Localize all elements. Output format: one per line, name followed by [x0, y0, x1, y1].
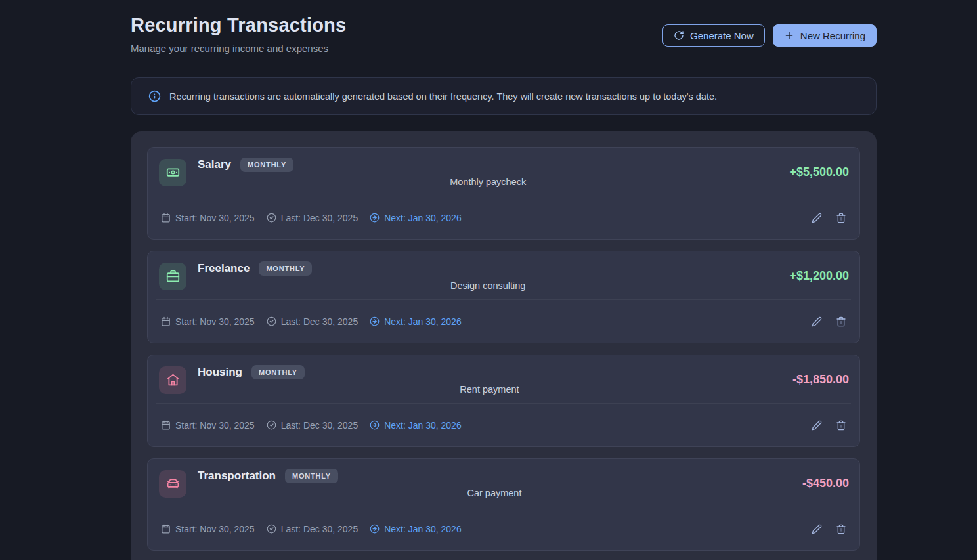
calendar-icon	[161, 420, 171, 430]
frequency-badge: MONTHLY	[251, 365, 305, 379]
date-info: Start: Nov 30, 2025 Last: Dec 30, 2025 N…	[161, 524, 462, 534]
transaction-amount: +$1,200.00	[789, 269, 849, 283]
row-actions	[812, 524, 846, 534]
frequency-badge: MONTHLY	[259, 261, 312, 276]
car-icon	[159, 470, 186, 498]
info-banner: Recurring transactions are automatically…	[131, 77, 877, 115]
arrow-right-circle-icon	[370, 316, 380, 326]
card-top: Transportation MONTHLY Car payment -$450…	[148, 459, 859, 507]
last-date: Last: Dec 30, 2025	[267, 213, 358, 223]
card-bottom: Start: Nov 30, 2025 Last: Dec 30, 2025 N…	[148, 507, 859, 550]
transaction-description: Car payment	[198, 488, 791, 498]
check-circle-icon	[267, 316, 276, 326]
transaction-amount: -$1,850.00	[792, 373, 849, 387]
start-date: Start: Nov 30, 2025	[161, 420, 255, 431]
start-date-label: Start: Nov 30, 2025	[175, 420, 255, 431]
briefcase-icon	[159, 263, 186, 290]
card-main: Housing MONTHLY Rent payment	[198, 365, 781, 395]
next-date-label: Next: Jan 30, 2026	[384, 420, 462, 431]
arrow-right-circle-icon	[370, 420, 380, 430]
last-date-label: Last: Dec 30, 2025	[281, 420, 358, 431]
edit-button[interactable]	[812, 316, 822, 327]
transaction-description: Design consulting	[198, 280, 778, 291]
banknote-icon	[159, 159, 186, 186]
trash-icon	[836, 213, 846, 223]
row-actions	[812, 213, 846, 223]
page-header: Recurring Transactions Manage your recur…	[131, 0, 877, 54]
start-date-label: Start: Nov 30, 2025	[175, 524, 255, 534]
trash-icon	[836, 420, 846, 431]
recurring-list-panel: Salary MONTHLY Monthly paycheck +$5,500.…	[131, 131, 877, 560]
last-date: Last: Dec 30, 2025	[267, 420, 358, 431]
transaction-description: Rent payment	[198, 384, 781, 395]
start-date-label: Start: Nov 30, 2025	[175, 316, 255, 327]
generate-now-button[interactable]: Generate Now	[662, 24, 765, 47]
card-top: Freelance MONTHLY Design consulting +$1,…	[148, 251, 859, 299]
last-date-label: Last: Dec 30, 2025	[281, 524, 358, 534]
calendar-icon	[161, 524, 171, 534]
edit-button[interactable]	[812, 524, 822, 534]
recurring-card-salary: Salary MONTHLY Monthly paycheck +$5,500.…	[147, 147, 860, 240]
trash-icon	[836, 524, 846, 534]
start-date-label: Start: Nov 30, 2025	[175, 213, 255, 223]
pencil-icon	[812, 524, 822, 534]
pencil-icon	[812, 420, 822, 431]
next-date-label: Next: Jan 30, 2026	[384, 524, 462, 534]
start-date: Start: Nov 30, 2025	[161, 524, 255, 534]
page-title: Recurring Transactions	[131, 14, 346, 36]
generate-now-label: Generate Now	[690, 30, 754, 41]
date-info: Start: Nov 30, 2025 Last: Dec 30, 2025 N…	[161, 420, 462, 431]
start-date: Start: Nov 30, 2025	[161, 316, 255, 327]
card-top: Salary MONTHLY Monthly paycheck +$5,500.…	[148, 148, 859, 196]
last-date-label: Last: Dec 30, 2025	[281, 316, 358, 327]
date-info: Start: Nov 30, 2025 Last: Dec 30, 2025 N…	[161, 213, 462, 223]
card-bottom: Start: Nov 30, 2025 Last: Dec 30, 2025 N…	[148, 300, 859, 343]
pencil-icon	[812, 213, 822, 223]
transaction-name: Transportation	[198, 469, 276, 483]
edit-button[interactable]	[812, 420, 822, 431]
check-circle-icon	[267, 420, 276, 430]
title-row: Salary MONTHLY	[198, 158, 778, 172]
info-banner-text: Recurring transactions are automatically…	[169, 91, 717, 102]
card-bottom: Start: Nov 30, 2025 Last: Dec 30, 2025 N…	[148, 404, 859, 446]
recurring-card-transportation: Transportation MONTHLY Car payment -$450…	[147, 458, 860, 551]
edit-button[interactable]	[812, 213, 822, 223]
page-subtitle: Manage your recurring income and expense…	[131, 43, 346, 54]
delete-button[interactable]	[836, 316, 846, 327]
last-date-label: Last: Dec 30, 2025	[281, 213, 358, 223]
arrow-right-circle-icon	[370, 213, 380, 223]
last-date: Last: Dec 30, 2025	[267, 316, 358, 327]
next-date: Next: Jan 30, 2026	[370, 524, 462, 534]
next-date: Next: Jan 30, 2026	[370, 420, 462, 431]
title-row: Housing MONTHLY	[198, 365, 781, 379]
date-info: Start: Nov 30, 2025 Last: Dec 30, 2025 N…	[161, 316, 462, 327]
next-date-label: Next: Jan 30, 2026	[384, 316, 462, 327]
transaction-amount: -$450.00	[802, 477, 849, 490]
new-recurring-button[interactable]: New Recurring	[773, 24, 877, 47]
start-date: Start: Nov 30, 2025	[161, 213, 255, 223]
delete-button[interactable]	[836, 420, 846, 431]
next-date: Next: Jan 30, 2026	[370, 316, 462, 327]
refresh-icon	[674, 30, 684, 41]
transaction-amount: +$5,500.00	[789, 165, 849, 179]
card-main: Transportation MONTHLY Car payment	[198, 469, 791, 498]
delete-button[interactable]	[836, 213, 846, 223]
transaction-description: Monthly paycheck	[198, 177, 778, 187]
row-actions	[812, 420, 846, 431]
transaction-name: Housing	[198, 366, 242, 379]
new-recurring-label: New Recurring	[800, 30, 865, 41]
transaction-name: Salary	[198, 158, 231, 171]
check-circle-icon	[267, 213, 276, 223]
transaction-name: Freelance	[198, 262, 250, 275]
house-icon	[159, 366, 186, 394]
check-circle-icon	[267, 524, 276, 534]
last-date: Last: Dec 30, 2025	[267, 524, 358, 534]
card-top: Housing MONTHLY Rent payment -$1,850.00	[148, 355, 859, 403]
next-date-label: Next: Jan 30, 2026	[384, 213, 462, 223]
next-date: Next: Jan 30, 2026	[370, 213, 462, 223]
title-row: Freelance MONTHLY	[198, 261, 778, 276]
delete-button[interactable]	[836, 524, 846, 534]
pencil-icon	[812, 316, 822, 327]
calendar-icon	[161, 213, 171, 223]
calendar-icon	[161, 316, 171, 326]
